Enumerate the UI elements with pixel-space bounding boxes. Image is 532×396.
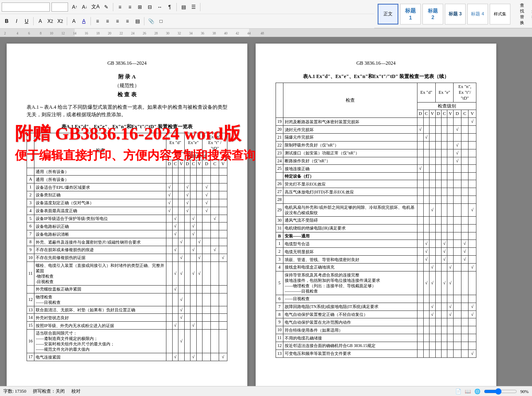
- font-color-btn[interactable]: A: [35, 16, 45, 26]
- select-btn[interactable]: 选择: [529, 9, 532, 19]
- row-label-cell: 设备温度划定正确（仅对气体）: [34, 199, 166, 207]
- row-val-cell: [442, 173, 447, 180]
- row-val-cell: [184, 230, 190, 238]
- row-val-cell: [166, 176, 173, 183]
- indent-decrease-btn[interactable]: ⊟: [145, 2, 155, 12]
- document-container[interactable]: GB 3836.16—2024 附 录 A （规范性） 检 查 表 表A.1～表…: [0, 37, 532, 396]
- show-marks-btn[interactable]: ¶: [165, 2, 175, 12]
- row-val-cell: √: [172, 262, 178, 285]
- row-val-cell: [166, 246, 173, 254]
- row-val-cell: √: [219, 254, 227, 262]
- row-num-cell: 8: [27, 238, 34, 246]
- zoom-slider[interactable]: [484, 388, 517, 395]
- row-val-cell: √: [172, 246, 178, 254]
- clear-format-btn[interactable]: ✎: [101, 2, 111, 12]
- style-h1-btn[interactable]: 标题 1: [400, 4, 421, 24]
- italic-btn[interactable]: I: [12, 16, 22, 26]
- row-val-cell: [166, 262, 173, 285]
- row-val-cell: [172, 306, 178, 314]
- insert-btn[interactable]: 📎: [146, 16, 156, 26]
- subscript-btn[interactable]: X2: [55, 16, 65, 26]
- font-size-input[interactable]: 9.5: [51, 2, 68, 12]
- row-num-cell: 5: [27, 215, 34, 222]
- row-val-cell: [196, 330, 203, 353]
- row-val-cell: [417, 350, 424, 357]
- col-layout-btn[interactable]: ▤: [132, 16, 142, 26]
- row-val-cell: [423, 303, 429, 310]
- row-val-cell: √: [190, 222, 196, 230]
- row-val-cell: [196, 168, 203, 176]
- row-num-cell: B: [276, 232, 283, 240]
- superscript-btn[interactable]: X2: [45, 16, 55, 26]
- row-val-cell: [461, 216, 469, 224]
- row-val-cell: √: [190, 215, 196, 222]
- table-row: 21隔爆元件完损坏√: [276, 134, 476, 142]
- find-replace-btn[interactable]: 查找替换: [517, 9, 527, 19]
- list-number-btn[interactable]: ≡: [125, 2, 135, 12]
- justify-btn[interactable]: ≡: [122, 16, 132, 26]
- row-val-cell: [435, 126, 442, 134]
- row-val-cell: [417, 224, 424, 232]
- sort-btn[interactable]: ↔: [155, 2, 165, 12]
- line-spacing-btn[interactable]: ▤: [178, 2, 188, 12]
- row-val-cell: [454, 310, 461, 318]
- status-right: 📄 📖 🌐 90%: [455, 388, 529, 395]
- bold-btn[interactable]: B: [2, 16, 12, 26]
- font-name-input[interactable]: Times New Roma: [2, 2, 50, 12]
- row-val-cell: [190, 254, 196, 262]
- right-table: 检查 Ex "d" Ex "e" Ex "n",Ex "t"/ "tD" 检查级…: [276, 83, 476, 358]
- row-val-cell: [442, 264, 447, 271]
- row-val-cell: √: [203, 191, 211, 199]
- shading-btn[interactable]: A: [79, 16, 89, 26]
- row-val-cell: [196, 230, 203, 238]
- row-num-cell: 23: [276, 149, 283, 157]
- font-shrink-btn[interactable]: A↓: [80, 2, 90, 12]
- row-val-cell: [435, 224, 442, 232]
- row-val-cell: [172, 199, 178, 207]
- row-val-cell: √: [172, 222, 178, 230]
- row-val-cell: [203, 176, 211, 183]
- row-val-cell: √: [469, 118, 476, 126]
- row-val-cell: [423, 165, 429, 173]
- read-view-btn[interactable]: 📖: [465, 389, 471, 394]
- align-left-btn[interactable]: ≡: [93, 16, 102, 26]
- row-val-cell: [166, 314, 173, 322]
- text-highlight-btn[interactable]: A: [69, 16, 79, 26]
- row-val-cell: [469, 141, 476, 149]
- shape-btn[interactable]: □: [156, 16, 166, 26]
- right-col-d3: D: [454, 110, 461, 118]
- row-num-cell: 27: [276, 188, 283, 196]
- row-val-cell: √: [429, 271, 435, 295]
- style-normal-btn[interactable]: 正文: [378, 4, 398, 24]
- layout-btn[interactable]: 📄: [455, 389, 461, 394]
- border-btn[interactable]: ☰: [188, 2, 198, 12]
- style-h3-btn[interactable]: 标题 3: [445, 4, 466, 24]
- align-center-btn[interactable]: ≡: [102, 16, 112, 26]
- change-case-btn[interactable]: 文A: [90, 2, 101, 12]
- row-val-cell: [166, 306, 173, 314]
- row-val-cell: [211, 230, 219, 238]
- row-val-cell: [178, 207, 185, 215]
- row-val-cell: [454, 188, 461, 196]
- indent-increase-btn[interactable]: ⊞: [135, 2, 145, 12]
- table-row: 17电气连接紧固√√√: [27, 353, 227, 361]
- row-label-cell: 特定设备（灯）: [283, 173, 417, 180]
- font-grow-btn[interactable]: A↑: [70, 2, 80, 12]
- row-val-cell: [454, 334, 461, 342]
- row-val-cell: [461, 264, 469, 271]
- table-row: 25接地连接正确√: [276, 165, 476, 173]
- word-count: 字数: 17350: [3, 388, 26, 394]
- row-num-cell: [27, 168, 34, 176]
- row-val-cell: [417, 264, 424, 271]
- underline-btn[interactable]: U: [22, 16, 32, 26]
- style-h4-btn[interactable]: 标题 4: [467, 4, 488, 24]
- row-val-cell: [442, 216, 447, 224]
- table-row: 29电机风扇与外壳和/或外部之间间足够的间隙、冷却系统完损坏、电机基设没有凸棱或…: [276, 203, 476, 216]
- align-right-btn[interactable]: ≡: [112, 16, 122, 26]
- style-h2-btn[interactable]: 标题 2: [422, 4, 443, 24]
- table-row: 26荧光灯不显示EOL效应: [276, 180, 476, 188]
- web-view-btn[interactable]: 🌐: [474, 389, 481, 394]
- list-bullet-btn[interactable]: ≡: [115, 2, 125, 12]
- styles-gallery-btn[interactable]: 样式集: [490, 4, 510, 24]
- row-val-cell: [172, 238, 178, 246]
